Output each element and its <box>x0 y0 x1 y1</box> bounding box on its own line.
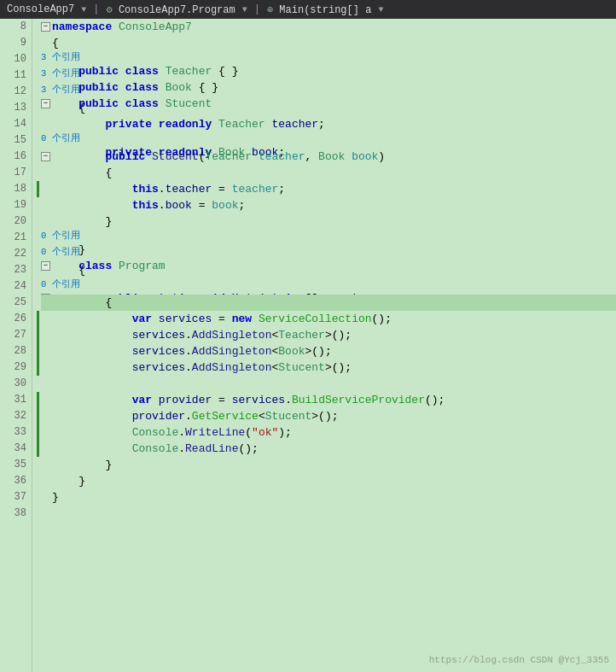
method-title[interactable]: ⊕ Main(string[] a <box>267 3 371 16</box>
line-number: 10 <box>3 51 26 67</box>
code-lines[interactable]: −namespace ConsoleApp7{3 个引用 public clas… <box>38 19 616 672</box>
code-text: provider.GetService<Stucent>(); <box>52 408 339 424</box>
code-line: 0 个引用− public static void Main(string[] … <box>41 278 616 295</box>
line-number: 9 <box>3 35 26 51</box>
line-number: 33 <box>3 424 26 441</box>
code-text: } <box>52 213 112 230</box>
code-text: private readonly Teacher teacher; <box>52 116 325 132</box>
code-text: } <box>52 473 85 489</box>
code-line: private readonly Teacher teacher; <box>41 116 616 132</box>
line-number: 19 <box>3 197 26 213</box>
line-number: 18 <box>3 181 26 197</box>
line-number: 38 <box>3 505 26 522</box>
code-text: var provider = services.BuildServiceProv… <box>52 392 445 408</box>
code-text: { <box>52 100 85 116</box>
code-text: services.AddSingleton<Stucent>(); <box>52 359 352 376</box>
line-number: 29 <box>3 359 26 376</box>
code-text: { <box>52 165 112 181</box>
code-line: 0 个引用 private readonly Book book; <box>41 132 616 149</box>
code-line: { <box>41 35 616 51</box>
code-line: 3 个引用 public class Teacher { } <box>41 51 616 67</box>
code-text: this.teacher = teacher; <box>52 181 285 197</box>
line-number: 28 <box>3 343 26 359</box>
line-number: 12 <box>3 84 26 100</box>
line-number: 36 <box>3 473 26 489</box>
line-number: 32 <box>3 408 26 424</box>
code-line: − public Stucent(Teacher teacher, Book b… <box>41 149 616 165</box>
app-title[interactable]: ConsoleApp7 <box>7 3 74 15</box>
code-text: services.AddSingleton<Book>(); <box>52 343 332 359</box>
code-line: 3 个引用− public class Stucent <box>41 84 616 100</box>
code-line: } <box>41 457 616 473</box>
code-line: services.AddSingleton<Teacher>(); <box>41 327 616 343</box>
line-number: 11 <box>3 67 26 84</box>
code-text: services.AddSingleton<Teacher>(); <box>52 327 352 343</box>
code-text: Console.WriteLine("ok"); <box>52 424 292 441</box>
line-number: 22 <box>3 246 26 262</box>
line-number: 17 <box>3 165 26 181</box>
watermark: https://blog.csdn CSDN @Ycj_3355 <box>429 655 609 665</box>
line-numbers: 8910111213141516171819202122232425262728… <box>0 19 32 672</box>
code-text: } <box>52 457 112 473</box>
code-text: namespace ConsoleApp7 <box>52 19 192 35</box>
line-number: 37 <box>3 489 26 505</box>
code-line: provider.GetService<Stucent>(); <box>41 408 616 424</box>
code-line <box>41 505 616 522</box>
line-number: 15 <box>3 132 26 149</box>
line-number: 16 <box>3 149 26 165</box>
line-number: 8 <box>3 19 26 35</box>
code-text: { <box>52 262 85 278</box>
line-number: 34 <box>3 441 26 457</box>
code-line: var provider = services.BuildServiceProv… <box>41 392 616 408</box>
line-number: 14 <box>3 116 26 132</box>
line-number: 26 <box>3 311 26 327</box>
line-number: 35 <box>3 457 26 473</box>
code-line <box>41 376 616 392</box>
code-line: } <box>41 489 616 505</box>
code-line: } <box>41 213 616 230</box>
line-number: 13 <box>3 100 26 116</box>
code-line: } <box>41 473 616 489</box>
code-text: } <box>52 489 59 505</box>
code-area: 8910111213141516171819202122232425262728… <box>0 19 616 672</box>
line-number: 21 <box>3 230 26 246</box>
code-line: Console.WriteLine("ok"); <box>41 424 616 441</box>
code-text: var services = new ServiceCollection(); <box>52 311 392 327</box>
code-line: services.AddSingleton<Stucent>(); <box>41 359 616 376</box>
code-line: { <box>41 295 616 311</box>
code-line: { <box>41 165 616 181</box>
code-line: var services = new ServiceCollection(); <box>41 311 616 327</box>
code-line: { <box>41 100 616 116</box>
file-title[interactable]: ⚙ ConsoleApp7.Program <box>106 3 235 16</box>
code-line: −namespace ConsoleApp7 <box>41 19 616 35</box>
line-number: 27 <box>3 327 26 343</box>
line-number: 24 <box>3 278 26 295</box>
code-text: Console.ReadLine(); <box>52 441 259 457</box>
collapse-icon[interactable]: − <box>41 22 50 32</box>
editor-container: ConsoleApp7 ▼ | ⚙ ConsoleApp7.Program ▼ … <box>0 0 616 672</box>
code-line: this.teacher = teacher; <box>41 181 616 197</box>
code-line: 0 个引用 } <box>41 230 616 246</box>
code-text: { <box>52 295 112 311</box>
line-number: 20 <box>3 213 26 230</box>
line-number: 25 <box>3 295 26 311</box>
title-bar: ConsoleApp7 ▼ | ⚙ ConsoleApp7.Program ▼ … <box>0 0 616 19</box>
line-number: 23 <box>3 262 26 278</box>
code-line: this.book = book; <box>41 197 616 213</box>
code-line: 0 个引用− class Program <box>41 246 616 262</box>
line-number: 30 <box>3 376 26 392</box>
line-number: 31 <box>3 392 26 408</box>
collapse-icon[interactable]: − <box>41 152 50 161</box>
code-text: this.book = book; <box>52 197 245 213</box>
code-text: public Stucent(Teacher teacher, Book boo… <box>52 149 385 165</box>
code-line: { <box>41 262 616 278</box>
code-line: 3 个引用 public class Book { } <box>41 67 616 84</box>
code-line: services.AddSingleton<Book>(); <box>41 343 616 359</box>
code-text: { <box>52 35 59 51</box>
code-line: Console.ReadLine(); <box>41 441 616 457</box>
